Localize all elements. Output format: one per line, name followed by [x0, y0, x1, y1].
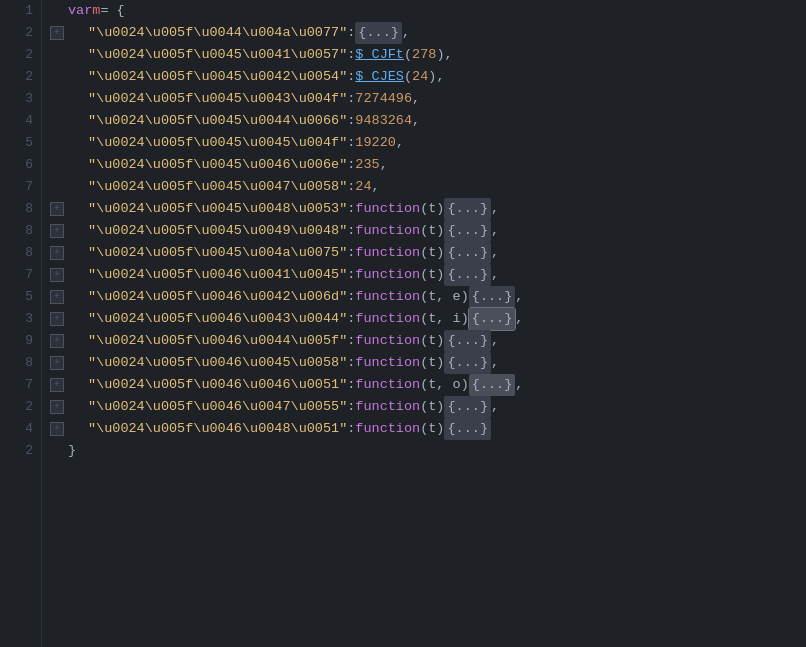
collapsed-object[interactable]: {...}: [444, 242, 491, 264]
string-key: "\u0024\u005f\u0045\u0047\u0058": [88, 176, 347, 198]
operator: :: [347, 308, 355, 330]
line-number: 3: [0, 308, 33, 330]
string-key: "\u0024\u005f\u0045\u0045\u004f": [88, 132, 347, 154]
code-content: var m = {+"\u0024\u005f\u0044\u004a\u007…: [42, 0, 806, 647]
operator: ,: [515, 286, 523, 308]
expand-button[interactable]: +: [50, 334, 64, 348]
keyword-function: function: [355, 308, 420, 330]
string-key: "\u0024\u005f\u0046\u0041\u0045": [88, 264, 347, 286]
value-function-name: $_CJFt: [355, 44, 404, 66]
operator: :: [347, 176, 355, 198]
code-line: "\u0024\u005f\u0045\u0046\u006e": 235,: [50, 154, 806, 176]
collapsed-object-highlighted2[interactable]: {...}: [469, 374, 516, 396]
string-key: "\u0024\u005f\u0046\u0044\u005f": [88, 330, 347, 352]
line-number: 8: [0, 198, 33, 220]
collapsed-object-highlighted[interactable]: {...}: [469, 308, 516, 330]
string-key: "\u0024\u005f\u0046\u0048\u0051": [88, 418, 347, 440]
code-line: var m = {: [50, 0, 806, 22]
operator: :: [347, 22, 355, 44]
operator: ,: [515, 374, 523, 396]
keyword-function: function: [355, 418, 420, 440]
line-number: 7: [0, 264, 33, 286]
value-number: 235: [355, 154, 379, 176]
operator: :: [347, 330, 355, 352]
code-line: +"\u0024\u005f\u0046\u0044\u005f": funct…: [50, 330, 806, 352]
code-line: "\u0024\u005f\u0045\u0043\u004f": 727449…: [50, 88, 806, 110]
operator: :: [347, 154, 355, 176]
line-number: 4: [0, 418, 33, 440]
expand-button[interactable]: +: [50, 312, 64, 326]
string-key: "\u0024\u005f\u0045\u0048\u0053": [88, 198, 347, 220]
string-key: "\u0024\u005f\u0045\u0046\u006e": [88, 154, 347, 176]
collapsed-object[interactable]: {...}: [355, 22, 402, 44]
collapsed-object[interactable]: {...}: [444, 264, 491, 286]
expand-button[interactable]: +: [50, 26, 64, 40]
expand-button[interactable]: +: [50, 246, 64, 260]
collapsed-object[interactable]: {...}: [444, 198, 491, 220]
operator: :: [347, 352, 355, 374]
code-line: +"\u0024\u005f\u0046\u0046\u0051": funct…: [50, 374, 806, 396]
code-line: "\u0024\u005f\u0045\u0047\u0058": 24,: [50, 176, 806, 198]
operator: ,: [412, 88, 420, 110]
code-line: "\u0024\u005f\u0045\u0044\u0066": 948326…: [50, 110, 806, 132]
value-number: 24: [355, 176, 371, 198]
code-line: "\u0024\u005f\u0045\u0045\u004f": 19220,: [50, 132, 806, 154]
line-number: 2: [0, 44, 33, 66]
operator: :: [347, 264, 355, 286]
expand-button[interactable]: +: [50, 202, 64, 216]
collapsed-object[interactable]: {...}: [444, 330, 491, 352]
operator: :: [347, 132, 355, 154]
code-line: +"\u0024\u005f\u0046\u0045\u0058": funct…: [50, 352, 806, 374]
keyword-function: function: [355, 242, 420, 264]
line-number: 3: [0, 88, 33, 110]
value-number: 19220: [355, 132, 396, 154]
expand-button[interactable]: +: [50, 290, 64, 304]
line-number: 8: [0, 352, 33, 374]
expand-button[interactable]: +: [50, 224, 64, 238]
operator: :: [347, 418, 355, 440]
code-editor: 122234567888753987242 var m = {+"\u0024\…: [0, 0, 806, 647]
code-line: }: [50, 440, 806, 462]
string-key: "\u0024\u005f\u0046\u0042\u006d": [88, 286, 347, 308]
operator: ),: [436, 44, 452, 66]
expand-button[interactable]: +: [50, 356, 64, 370]
code-line: "\u0024\u005f\u0045\u0042\u0054": $_CJES…: [50, 66, 806, 88]
expand-button[interactable]: +: [50, 400, 64, 414]
string-key: "\u0024\u005f\u0045\u0041\u0057": [88, 44, 347, 66]
operator: (t): [420, 264, 444, 286]
operator: (t): [420, 198, 444, 220]
keyword-function: function: [355, 330, 420, 352]
keyword-function: function: [355, 264, 420, 286]
collapsed-object[interactable]: {...}: [444, 418, 491, 440]
operator: ,: [402, 22, 410, 44]
operator: }: [68, 440, 76, 462]
operator: :: [347, 88, 355, 110]
operator: (t): [420, 418, 444, 440]
code-line: +"\u0024\u005f\u0045\u0049\u0048": funct…: [50, 220, 806, 242]
collapsed-object[interactable]: {...}: [469, 286, 516, 308]
collapsed-object[interactable]: {...}: [444, 352, 491, 374]
line-number: 7: [0, 176, 33, 198]
operator: ,: [491, 330, 499, 352]
code-line: +"\u0024\u005f\u0046\u0043\u0044": funct…: [50, 308, 806, 330]
string-key: "\u0024\u005f\u0045\u004a\u0075": [88, 242, 347, 264]
string-key: "\u0024\u005f\u0045\u0042\u0054": [88, 66, 347, 88]
keyword-function: function: [355, 286, 420, 308]
operator: :: [347, 396, 355, 418]
operator: ,: [491, 198, 499, 220]
expand-button[interactable]: +: [50, 422, 64, 436]
expand-button[interactable]: +: [50, 268, 64, 282]
code-line: +"\u0024\u005f\u0046\u0041\u0045": funct…: [50, 264, 806, 286]
code-line: +"\u0024\u005f\u0046\u0042\u006d": funct…: [50, 286, 806, 308]
collapsed-object[interactable]: {...}: [444, 396, 491, 418]
collapsed-object[interactable]: {...}: [444, 220, 491, 242]
operator: :: [347, 220, 355, 242]
value-number: 24: [412, 66, 428, 88]
operator: ,: [515, 308, 523, 330]
string-key: "\u0024\u005f\u0046\u0043\u0044": [88, 308, 347, 330]
operator: :: [347, 198, 355, 220]
operator: ,: [372, 176, 380, 198]
string-key: "\u0024\u005f\u0045\u0049\u0048": [88, 220, 347, 242]
expand-button[interactable]: +: [50, 378, 64, 392]
operator: :: [347, 66, 355, 88]
